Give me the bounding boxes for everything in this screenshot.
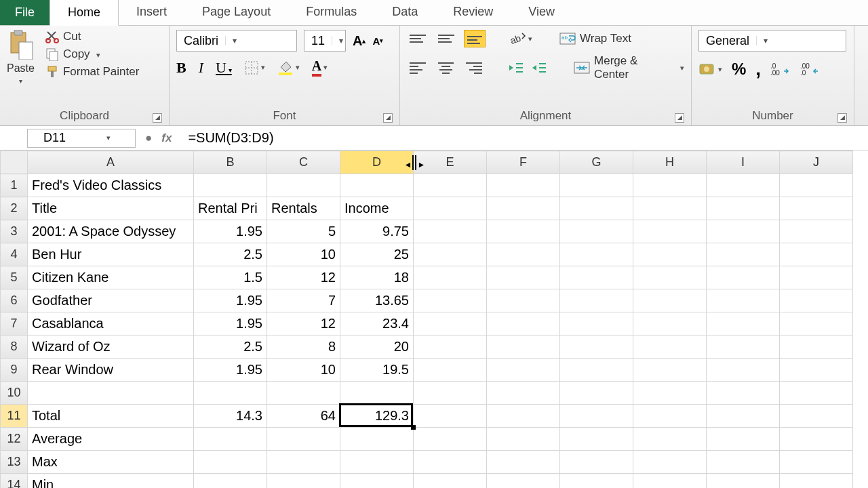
cell-J6[interactable] — [780, 289, 853, 312]
cell-C12[interactable] — [267, 428, 340, 451]
column-header-G[interactable]: G — [560, 151, 633, 174]
cell-G7[interactable] — [560, 312, 633, 336]
font-size-combo[interactable]: 11▾ — [304, 30, 346, 52]
cell-G6[interactable] — [560, 289, 633, 312]
cell-B9[interactable]: 1.95 — [194, 359, 267, 382]
cell-F1[interactable] — [487, 174, 560, 197]
row-header-13[interactable]: 13 — [1, 451, 28, 474]
cell-E11[interactable] — [414, 405, 487, 428]
cell-I9[interactable] — [707, 359, 780, 382]
cell-C10[interactable] — [267, 382, 340, 405]
cell-H7[interactable] — [633, 312, 707, 336]
cell-H11[interactable] — [633, 405, 707, 428]
name-box-dropdown[interactable]: ▾ — [81, 134, 135, 142]
row-header-3[interactable]: 3 — [1, 220, 28, 243]
cell-F5[interactable] — [487, 266, 560, 289]
cell-B5[interactable]: 1.5 — [194, 266, 267, 289]
alignment-launcher[interactable]: ◢ — [675, 113, 684, 123]
cell-A10[interactable] — [28, 382, 194, 405]
cell-B7[interactable]: 1.95 — [194, 312, 267, 336]
cell-H9[interactable] — [633, 359, 707, 382]
tab-review[interactable]: Review — [435, 0, 511, 25]
tab-home[interactable]: Home — [50, 0, 119, 26]
tab-file[interactable]: File — [0, 0, 50, 25]
cell-E3[interactable] — [414, 220, 487, 243]
cell-F14[interactable] — [487, 474, 560, 489]
cell-I14[interactable] — [707, 474, 780, 489]
cell-B3[interactable]: 1.95 — [194, 220, 267, 243]
cell-J14[interactable] — [780, 474, 853, 489]
cell-H2[interactable] — [633, 197, 707, 220]
cell-E7[interactable] — [414, 312, 487, 336]
cell-B11[interactable]: 14.3 — [194, 405, 267, 428]
italic-button[interactable]: I — [199, 59, 203, 77]
orientation-button[interactable]: ab — [509, 30, 532, 47]
cell-H14[interactable] — [633, 474, 707, 489]
clipboard-launcher[interactable]: ◢ — [153, 113, 162, 123]
row-header-1[interactable]: 1 — [1, 174, 28, 197]
cell-G5[interactable] — [560, 266, 633, 289]
cell-C8[interactable]: 8 — [267, 336, 340, 359]
cell-E14[interactable] — [414, 474, 487, 489]
cell-C1[interactable] — [267, 174, 340, 197]
bold-button[interactable]: B — [176, 59, 186, 77]
cell-J11[interactable] — [780, 405, 853, 428]
cell-I13[interactable] — [707, 451, 780, 474]
cell-G3[interactable] — [560, 220, 633, 243]
cell-D9[interactable]: 19.5 — [340, 359, 414, 382]
cell-I1[interactable] — [707, 174, 780, 197]
cell-C13[interactable] — [267, 451, 340, 474]
cell-J7[interactable] — [780, 312, 853, 336]
cell-B8[interactable]: 2.5 — [194, 336, 267, 359]
cell-F11[interactable] — [487, 405, 560, 428]
cell-I10[interactable] — [707, 382, 780, 405]
column-header-J[interactable]: J — [780, 151, 853, 174]
cell-F12[interactable] — [487, 428, 560, 451]
merge-center-button[interactable]: a Merge & Center — [574, 54, 684, 81]
cell-G8[interactable] — [560, 336, 633, 359]
column-header-C[interactable]: C — [267, 151, 340, 174]
row-header-2[interactable]: 2 — [1, 197, 28, 220]
cell-F2[interactable] — [487, 197, 560, 220]
cell-H10[interactable] — [633, 382, 707, 405]
column-header-B[interactable]: B — [194, 151, 267, 174]
cell-J2[interactable] — [780, 197, 853, 220]
cell-A4[interactable]: Ben Hur — [28, 243, 194, 266]
cell-A2[interactable]: Title — [28, 197, 194, 220]
cell-H4[interactable] — [633, 243, 707, 266]
cell-F4[interactable] — [487, 243, 560, 266]
cell-F7[interactable] — [487, 312, 560, 336]
cell-A9[interactable]: Rear Window — [28, 359, 194, 382]
cell-D12[interactable] — [340, 428, 414, 451]
cell-F3[interactable] — [487, 220, 560, 243]
cell-C3[interactable]: 5 — [267, 220, 340, 243]
cell-I8[interactable] — [707, 336, 780, 359]
number-launcher[interactable]: ◢ — [837, 113, 847, 123]
cell-E4[interactable] — [414, 243, 487, 266]
wrap-text-button[interactable]: ab Wrap Text — [559, 31, 631, 46]
cell-D3[interactable]: 9.75 — [340, 220, 414, 243]
name-box[interactable]: D11 ▾ — [27, 129, 136, 148]
cell-J9[interactable] — [780, 359, 853, 382]
cell-F13[interactable] — [487, 451, 560, 474]
cell-G9[interactable] — [560, 359, 633, 382]
cell-J1[interactable] — [780, 174, 853, 197]
cell-G13[interactable] — [560, 451, 633, 474]
tab-page-layout[interactable]: Page Layout — [184, 0, 288, 25]
select-all-corner[interactable] — [1, 151, 28, 174]
cell-J4[interactable] — [780, 243, 853, 266]
cell-E9[interactable] — [414, 359, 487, 382]
cell-E13[interactable] — [414, 451, 487, 474]
format-painter-button[interactable]: Format Painter — [45, 65, 139, 79]
cell-I6[interactable] — [707, 289, 780, 312]
row-header-5[interactable]: 5 — [1, 266, 28, 289]
cell-G12[interactable] — [560, 428, 633, 451]
tab-view[interactable]: View — [511, 0, 572, 25]
cell-C4[interactable]: 10 — [267, 243, 340, 266]
cell-A6[interactable]: Godfather — [28, 289, 194, 312]
cell-D1[interactable] — [340, 174, 414, 197]
cell-E2[interactable] — [414, 197, 487, 220]
cell-B1[interactable] — [194, 174, 267, 197]
spreadsheet-grid[interactable]: ABCDEFGHIJ1Fred's Video Classics2TitleRe… — [0, 150, 868, 488]
cell-A11[interactable]: Total — [28, 405, 194, 428]
